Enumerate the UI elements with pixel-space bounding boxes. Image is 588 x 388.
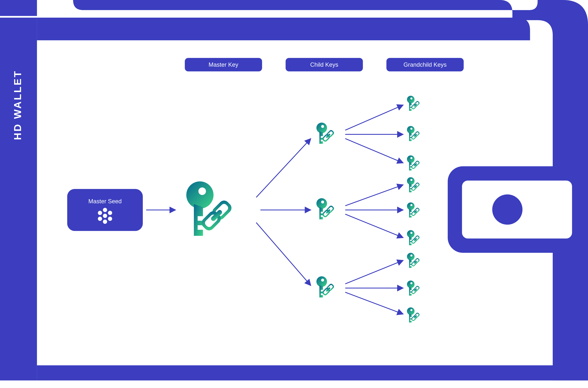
wallet-button-icon: [448, 166, 572, 253]
svg-rect-9: [37, 365, 588, 381]
svg-text:Grandchild Keys: Grandchild Keys: [403, 61, 447, 68]
arrow-c1-g1: [345, 105, 403, 130]
arrow-master-to-child-1: [256, 139, 311, 197]
grandchild-key-8: [407, 281, 420, 296]
svg-point-21: [103, 214, 107, 218]
child-key-2: [317, 198, 335, 219]
svg-rect-7: [0, 0, 37, 16]
pill-child-keys: Child Keys: [286, 58, 363, 71]
master-seed-box: Master Seed: [67, 189, 143, 231]
arrow-c2-g1: [345, 185, 403, 206]
master-key-icon: [186, 181, 234, 236]
grandchild-key-4: [407, 177, 420, 192]
pill-grandchild-keys: Grandchild Keys: [387, 58, 464, 71]
svg-point-24: [98, 217, 102, 221]
svg-text:Master Seed: Master Seed: [88, 198, 122, 205]
pill-master-key: Master Key: [185, 58, 262, 71]
grandchild-key-7: [407, 253, 420, 268]
svg-point-12: [492, 194, 522, 225]
wallet-title: HD WALLET: [12, 70, 23, 140]
arrow-c1-g3: [345, 139, 403, 163]
hd-wallet-diagram: HD WALLET Master Key Child Keys Grandchi…: [0, 0, 588, 381]
grandchild-key-5: [407, 202, 420, 218]
arrow-c2-g3: [345, 214, 403, 238]
svg-point-26: [103, 208, 107, 212]
svg-point-22: [98, 211, 102, 215]
grandchild-key-9: [407, 307, 420, 322]
svg-point-27: [103, 220, 107, 224]
svg-point-23: [108, 211, 112, 215]
svg-text:Child Keys: Child Keys: [310, 61, 338, 68]
arrow-c3-g1: [345, 260, 403, 284]
child-key-3: [317, 276, 335, 297]
grandchild-key-3: [407, 155, 420, 170]
arrow-master-to-child-3: [256, 222, 311, 286]
grandchild-key-2: [407, 126, 420, 141]
svg-point-25: [108, 217, 112, 221]
grandchild-key-6: [407, 230, 420, 245]
svg-text:Master Key: Master Key: [209, 61, 238, 68]
arrow-c3-g3: [345, 292, 403, 314]
grandchild-key-1: [407, 96, 420, 111]
child-key-1: [317, 123, 335, 144]
